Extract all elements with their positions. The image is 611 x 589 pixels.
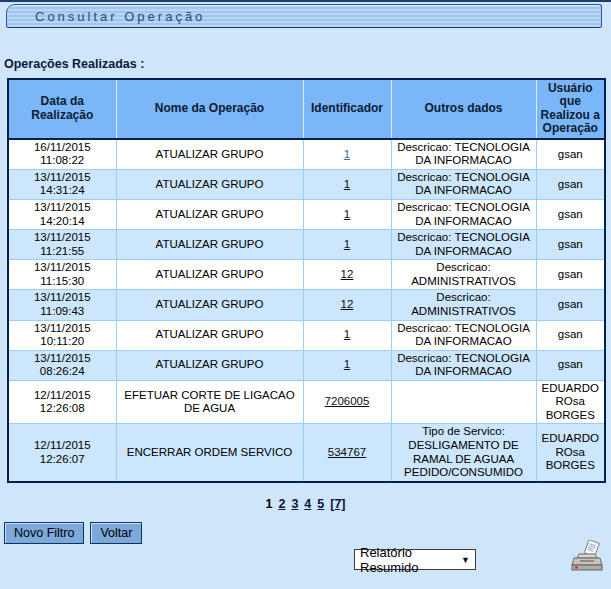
time-value: 12:26:07: [12, 453, 113, 467]
time-value: 11:15:30: [12, 275, 113, 289]
header-identificador: Identificador: [303, 79, 391, 139]
page-top-border: [0, 0, 611, 2]
cell-identifier: 1: [303, 230, 391, 260]
cell-other-data: Tipo de Servico: DESLIGAMENTO DE RAMAL D…: [391, 424, 536, 482]
header-nome-da-operacao: Nome da Operação: [116, 79, 303, 139]
pagination-page-link[interactable]: 5: [317, 497, 324, 511]
table-row: 13/11/201510:11:20ATUALIZAR GRUPO1Descri…: [8, 320, 605, 350]
cell-date: 16/11/201511:08:22: [8, 139, 116, 170]
cell-operation-name: ATUALIZAR GRUPO: [116, 290, 303, 320]
operations-table-header: Data da Realização Nome da Operação Iden…: [8, 79, 605, 139]
time-value: 14:20:14: [12, 215, 113, 229]
cell-operation-name: ATUALIZAR GRUPO: [116, 169, 303, 199]
cell-identifier: 1: [303, 320, 391, 350]
cell-other-data: Descricao: TECNOLOGIA DA INFORMACAO: [391, 169, 536, 199]
print-button[interactable]: [571, 540, 603, 574]
table-row: 12/11/201512:26:08EFETUAR CORTE DE LIGAC…: [8, 380, 605, 424]
table-row: 13/11/201511:09:43ATUALIZAR GRUPO12Descr…: [8, 290, 605, 320]
date-value: 16/11/2015: [12, 141, 113, 155]
bottom-buttons: Novo Filtro Voltar: [4, 522, 142, 544]
table-row: 13/11/201511:21:55ATUALIZAR GRUPO1Descri…: [8, 230, 605, 260]
novo-filtro-button[interactable]: Novo Filtro: [4, 522, 84, 544]
report-type-select[interactable]: Relatório Resumido ▼: [354, 549, 476, 570]
cell-other-data: Descricao: TECNOLOGIA DA INFORMACAO: [391, 320, 536, 350]
cell-other-data: Descricao: TECNOLOGIA DA INFORMACAO: [391, 230, 536, 260]
cell-operation-name: ENCERRAR ORDEM SERVICO: [116, 424, 303, 482]
pagination-page-link[interactable]: 3: [291, 497, 298, 511]
cell-identifier: 534767: [303, 424, 391, 482]
identifier-link[interactable]: 1: [344, 148, 350, 160]
cell-identifier: 12: [303, 260, 391, 290]
pagination-last-page-link[interactable]: [7]: [330, 497, 345, 511]
date-value: 12/11/2015: [12, 439, 113, 453]
pagination-current-page: 1: [265, 497, 272, 511]
time-value: 08:26:24: [12, 365, 113, 379]
time-value: 12:26:08: [12, 402, 113, 416]
cell-operation-name: ATUALIZAR GRUPO: [116, 200, 303, 230]
cell-date: 12/11/201512:26:08: [8, 380, 116, 424]
cell-other-data: [391, 380, 536, 424]
table-row: 13/11/201508:26:24ATUALIZAR GRUPO1Descri…: [8, 350, 605, 380]
date-value: 13/11/2015: [12, 352, 113, 366]
pagination-page-link[interactable]: 4: [304, 497, 311, 511]
date-value: 13/11/2015: [12, 322, 113, 336]
identifier-link[interactable]: 1: [344, 178, 350, 190]
identifier-link[interactable]: 12: [341, 268, 354, 280]
identifier-link[interactable]: 1: [344, 208, 350, 220]
header-outros-dados: Outros dados: [391, 79, 536, 139]
time-value: 11:08:22: [12, 154, 113, 168]
cell-user: gsan: [536, 320, 605, 350]
cell-user: gsan: [536, 169, 605, 199]
header-data-da-realizacao: Data da Realização: [8, 79, 116, 139]
cell-other-data: Descricao: TECNOLOGIA DA INFORMACAO: [391, 200, 536, 230]
identifier-link[interactable]: 1: [344, 238, 350, 250]
time-value: 10:11:20: [12, 335, 113, 349]
cell-operation-name: ATUALIZAR GRUPO: [116, 350, 303, 380]
cell-operation-name: ATUALIZAR GRUPO: [116, 320, 303, 350]
printer-icon: [571, 540, 603, 574]
cell-date: 13/11/201510:11:20: [8, 320, 116, 350]
cell-other-data: Descricao: ADMINISTRATIVOS: [391, 290, 536, 320]
cell-user: EDUARDO ROsa BORGES: [536, 424, 605, 482]
date-value: 13/11/2015: [12, 231, 113, 245]
cell-identifier: 1: [303, 200, 391, 230]
time-value: 11:21:55: [12, 245, 113, 259]
time-value: 11:09:43: [12, 305, 113, 319]
voltar-button[interactable]: Voltar: [90, 522, 142, 544]
operations-table-body: 16/11/201511:08:22ATUALIZAR GRUPO1Descri…: [8, 139, 605, 482]
cell-user: gsan: [536, 200, 605, 230]
page-title: Consultar Operação: [35, 9, 205, 24]
table-row: 12/11/201512:26:07ENCERRAR ORDEM SERVICO…: [8, 424, 605, 482]
identifier-link[interactable]: 12: [341, 298, 354, 310]
cell-date: 13/11/201514:31:24: [8, 169, 116, 199]
identifier-link[interactable]: 7206005: [325, 395, 370, 407]
cell-other-data: Descricao: TECNOLOGIA DA INFORMACAO: [391, 139, 536, 170]
cell-operation-name: ATUALIZAR GRUPO: [116, 230, 303, 260]
page-title-bar: Consultar Operação: [6, 4, 602, 28]
cell-user: EDUARDO ROsa BORGES: [536, 380, 605, 424]
header-row: Data da Realização Nome da Operação Iden…: [8, 79, 605, 139]
table-row: 13/11/201514:20:14ATUALIZAR GRUPO1Descri…: [8, 200, 605, 230]
pagination: 12345[7]: [0, 497, 611, 511]
report-type-selected-value: Relatório Resumido: [360, 545, 455, 575]
cell-user: gsan: [536, 139, 605, 170]
cell-identifier: 1: [303, 350, 391, 380]
cell-operation-name: ATUALIZAR GRUPO: [116, 260, 303, 290]
pagination-page-link[interactable]: 2: [278, 497, 285, 511]
cell-date: 13/11/201514:20:14: [8, 200, 116, 230]
cell-identifier: 7206005: [303, 380, 391, 424]
identifier-link[interactable]: 1: [344, 358, 350, 370]
cell-operation-name: ATUALIZAR GRUPO: [116, 139, 303, 170]
table-row: 13/11/201514:31:24ATUALIZAR GRUPO1Descri…: [8, 169, 605, 199]
consultar-operacao-page: Consultar Operação Operações Realizadas …: [0, 0, 611, 589]
identifier-link[interactable]: 534767: [328, 446, 366, 458]
identifier-link[interactable]: 1: [344, 328, 350, 340]
cell-date: 13/11/201508:26:24: [8, 350, 116, 380]
cell-operation-name: EFETUAR CORTE DE LIGACAO DE AGUA: [116, 380, 303, 424]
cell-user: gsan: [536, 290, 605, 320]
cell-other-data: Descricao: TECNOLOGIA DA INFORMACAO: [391, 350, 536, 380]
operations-table: Data da Realização Nome da Operação Iden…: [7, 78, 606, 483]
date-value: 12/11/2015: [12, 389, 113, 403]
cell-date: 13/11/201511:15:30: [8, 260, 116, 290]
cell-user: gsan: [536, 230, 605, 260]
